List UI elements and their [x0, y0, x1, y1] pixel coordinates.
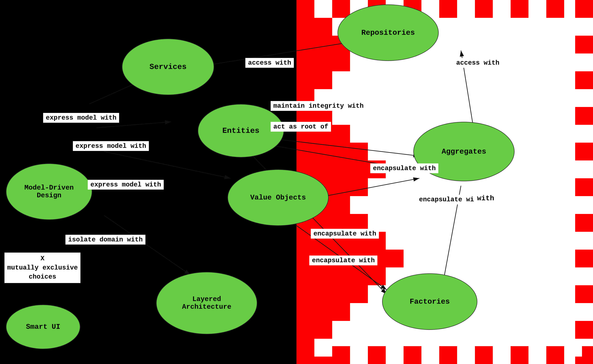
stair-19: [296, 321, 332, 339]
stair-17: [296, 285, 368, 303]
access-with-label-1: access with: [245, 58, 294, 68]
stair-21: [296, 357, 332, 364]
stair-20: [296, 339, 314, 357]
svg-line-12: [104, 215, 190, 275]
act-as-root-of-label: act as root of: [271, 122, 331, 132]
isolate-domain-with-label: isolate domain with: [66, 235, 146, 245]
access-with-label-2: access with: [453, 58, 502, 68]
border-top: [296, 0, 593, 18]
svg-line-3: [104, 151, 231, 178]
value-objects-node: Value Objects: [227, 169, 329, 226]
maintain-integrity-with-label: maintain integrity with: [271, 101, 366, 111]
encapsulate-with-label-4: encapsulate with: [309, 255, 377, 265]
encapsulate-with-label-1: encapsulate with: [370, 163, 438, 173]
with-label: with: [474, 193, 497, 203]
model-driven-design-node: Model-Driven Design: [6, 163, 92, 220]
express-model-with-label-3: express model with: [88, 180, 164, 189]
stair-9: [296, 143, 368, 161]
factories-node: Factories: [382, 273, 477, 330]
exclusive-choices-box: X mutually exclusive choices: [5, 253, 80, 283]
border-right: [575, 0, 593, 364]
stair-5: [296, 71, 332, 89]
express-model-with-label-2: express model with: [73, 141, 149, 151]
stair-18: [296, 303, 350, 321]
stair-1: [296, 0, 314, 18]
services-node: Services: [122, 39, 214, 95]
repositories-node: Repositories: [338, 5, 439, 61]
stair-4: [296, 53, 350, 71]
smart-ui-node: Smart UI: [6, 305, 80, 349]
encapsulate-with-label-3: encapsulate with: [311, 229, 379, 239]
stair-16: [296, 267, 386, 285]
express-model-with-label-1: express model with: [43, 113, 119, 123]
svg-line-2: [97, 122, 171, 128]
stair-2: [296, 18, 332, 36]
border-bottom: [296, 346, 593, 364]
layered-architecture-node: Layered Architecture: [156, 272, 257, 334]
